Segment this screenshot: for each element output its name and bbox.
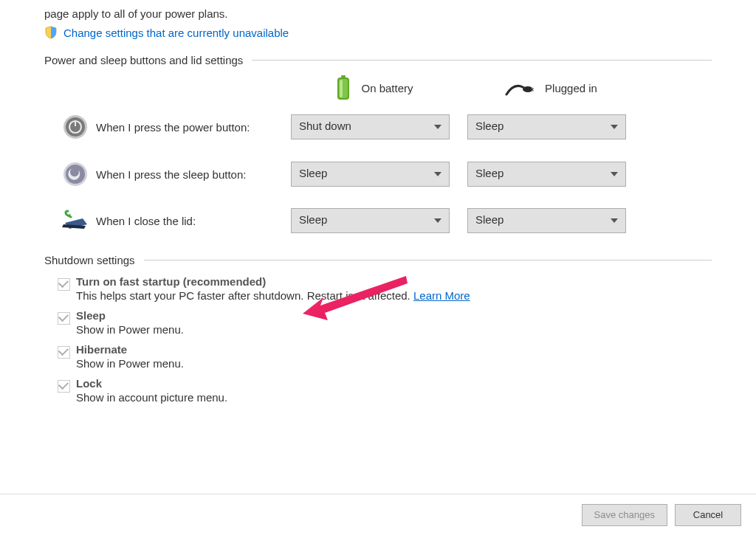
- sleep-checkbox[interactable]: [58, 312, 70, 325]
- chevron-down-icon: [434, 172, 441, 176]
- sleep-desc: Show in Power menu.: [76, 323, 184, 336]
- learn-more-link[interactable]: Learn More: [413, 289, 470, 302]
- power-button-plugged-select[interactable]: Sleep: [467, 114, 626, 139]
- sleep-label: Sleep: [76, 309, 184, 322]
- svg-rect-3: [340, 80, 343, 97]
- row-sleep-button-label: When I press the sleep button:: [92, 168, 291, 181]
- sleep-button-plugged-select[interactable]: Sleep: [467, 162, 626, 187]
- battery-icon: [336, 75, 351, 100]
- chevron-down-icon: [434, 218, 441, 223]
- svg-rect-0: [341, 75, 346, 77]
- row-power-button: When I press the power button: Shut down…: [44, 114, 712, 140]
- close-lid-plugged-select[interactable]: Sleep: [467, 208, 626, 233]
- section-shutdown-title: Shutdown settings: [44, 254, 144, 266]
- power-button-icon: [59, 114, 92, 140]
- row-close-lid-label: When I close the lid:: [92, 215, 291, 227]
- column-plugged-in-label: Plugged in: [545, 82, 597, 94]
- lock-checkbox[interactable]: [58, 380, 70, 393]
- shield-icon: [44, 26, 58, 39]
- svg-rect-5: [532, 88, 534, 89]
- row-power-button-label: When I press the power button:: [92, 121, 291, 134]
- lock-option: Lock Show in account picture menu.: [58, 377, 712, 404]
- sleep-button-battery-select[interactable]: Sleep: [291, 162, 450, 187]
- intro-text: page apply to all of your power plans.: [44, 7, 712, 20]
- row-sleep-button: When I press the sleep button: Sleep Sle…: [44, 161, 712, 187]
- sleep-option: Sleep Show in Power menu.: [58, 309, 712, 336]
- section-shutdown-header: Shutdown settings: [44, 254, 712, 266]
- svg-rect-6: [532, 90, 534, 92]
- svg-rect-10: [75, 120, 76, 126]
- fast-startup-checkbox[interactable]: [58, 278, 70, 291]
- column-on-battery: On battery: [295, 75, 454, 100]
- fast-startup-option: Turn on fast startup (recommended) This …: [58, 275, 712, 302]
- footer-bar: Save changes Cancel: [0, 494, 756, 535]
- section-buttons-header: Power and sleep buttons and lid settings: [44, 54, 712, 66]
- laptop-lid-icon: [59, 210, 92, 232]
- fast-startup-label: Turn on fast startup (recommended): [76, 275, 470, 288]
- chevron-down-icon: [611, 218, 618, 223]
- power-button-battery-select[interactable]: Shut down: [291, 114, 450, 139]
- column-plugged-in: Plugged in: [472, 80, 630, 96]
- hibernate-option: Hibernate Show in Power menu.: [58, 343, 712, 370]
- save-changes-button[interactable]: Save changes: [582, 504, 667, 526]
- row-close-lid: When I close the lid: Sleep Sleep: [44, 208, 712, 233]
- chevron-down-icon: [611, 125, 618, 129]
- lock-label: Lock: [76, 377, 227, 390]
- cancel-button[interactable]: Cancel: [675, 504, 741, 526]
- hibernate-checkbox[interactable]: [58, 346, 70, 359]
- column-on-battery-label: On battery: [361, 82, 413, 94]
- lock-desc: Show in account picture menu.: [76, 391, 227, 404]
- svg-point-4: [523, 86, 533, 92]
- hibernate-desc: Show in Power menu.: [76, 357, 184, 370]
- chevron-down-icon: [434, 125, 441, 129]
- section-buttons-title: Power and sleep buttons and lid settings: [44, 54, 252, 66]
- hibernate-label: Hibernate: [76, 343, 184, 356]
- sleep-button-icon: [59, 161, 92, 187]
- plug-icon: [505, 80, 535, 96]
- fast-startup-desc: This helps start your PC faster after sh…: [76, 289, 470, 302]
- change-settings-link[interactable]: Change settings that are currently unava…: [63, 27, 289, 39]
- close-lid-battery-select[interactable]: Sleep: [291, 208, 450, 233]
- chevron-down-icon: [611, 172, 618, 176]
